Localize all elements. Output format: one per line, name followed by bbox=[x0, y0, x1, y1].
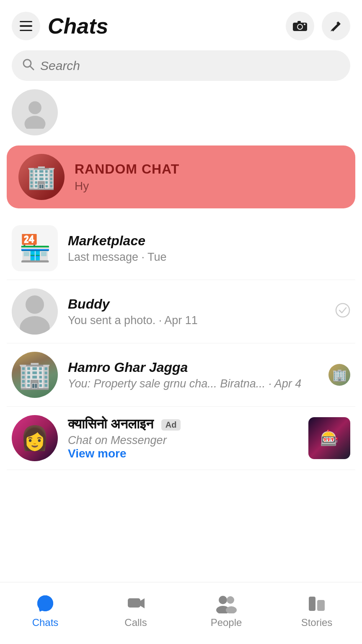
hamro-ghar-avatar: 🏢 bbox=[12, 352, 58, 398]
store-icon: 🏪 bbox=[19, 233, 51, 263]
chat-item-buddy[interactable]: Buddy You sent a photo. · Apr 11 bbox=[7, 280, 355, 343]
stories-row bbox=[0, 89, 362, 145]
chat-item-casino-ad[interactable]: 👩 क्यासिनो अनलाइन Ad Chat on Messenger V… bbox=[7, 407, 355, 470]
search-icon bbox=[22, 58, 34, 73]
random-chat-avatar: 🏢 bbox=[18, 154, 65, 200]
nav-label-stories: Stories bbox=[301, 617, 333, 628]
svg-point-9 bbox=[20, 316, 50, 335]
search-bar[interactable] bbox=[12, 50, 350, 81]
random-chat-info: RANDOM CHAT Hy bbox=[75, 161, 344, 193]
casino-avatar: 👩 bbox=[12, 415, 58, 461]
casino-ad-thumbnail: 🎰 bbox=[308, 417, 350, 459]
nav-label-calls: Calls bbox=[124, 617, 147, 628]
nav-item-calls[interactable]: Calls bbox=[90, 594, 181, 633]
ad-badge: Ad bbox=[161, 419, 181, 431]
buddy-name: Buddy bbox=[68, 296, 335, 312]
bottom-nav: Chats Calls People Stories bbox=[0, 582, 362, 644]
header-actions bbox=[286, 12, 350, 40]
svg-point-14 bbox=[219, 596, 227, 604]
casino-preview: Chat on Messenger bbox=[68, 434, 303, 447]
hamro-ghar-preview: You: Property sale grnu cha... Biratna..… bbox=[68, 377, 328, 390]
svg-point-8 bbox=[26, 296, 44, 314]
hamro-ghar-meta: 🏢 bbox=[328, 364, 350, 386]
edit-icon bbox=[330, 20, 342, 32]
svg-point-10 bbox=[336, 304, 349, 317]
chat-item-random-chat[interactable]: 🏢 RANDOM CHAT Hy bbox=[7, 145, 355, 208]
person-silhouette-icon bbox=[12, 288, 58, 335]
camera-icon bbox=[293, 20, 307, 32]
menu-button[interactable] bbox=[12, 12, 40, 40]
buddy-preview: You sent a photo. · Apr 11 bbox=[68, 314, 335, 327]
svg-rect-19 bbox=[317, 600, 325, 611]
chat-list: 🏢 RANDOM CHAT Hy 🏪 Marketplace Last mess… bbox=[0, 145, 362, 470]
chat-item-hamro-ghar[interactable]: 🏢 Hamro Ghar Jagga You: Property sale gr… bbox=[7, 343, 355, 407]
casino-avatar-bg: 👩 bbox=[12, 415, 58, 461]
edit-button[interactable] bbox=[322, 12, 350, 40]
chat-item-marketplace[interactable]: 🏪 Marketplace Last message · Tue bbox=[7, 217, 355, 280]
svg-point-16 bbox=[227, 596, 234, 604]
marketplace-preview: Last message · Tue bbox=[68, 251, 350, 264]
hamro-ghar-mini-avatar: 🏢 bbox=[328, 364, 350, 386]
camera-button[interactable] bbox=[286, 12, 314, 40]
casino-name: क्यासिनो अनलाइन Ad bbox=[68, 416, 303, 432]
search-input[interactable] bbox=[40, 59, 340, 73]
stories-nav-icon bbox=[307, 594, 326, 613]
buddy-avatar bbox=[12, 288, 58, 335]
marketplace-avatar: 🏪 bbox=[12, 225, 58, 271]
people-nav-icon bbox=[215, 594, 237, 613]
buddy-meta bbox=[335, 303, 350, 321]
casino-info: क्यासिनो अनलाइन Ad Chat on Messenger Vie… bbox=[68, 416, 303, 460]
svg-point-4 bbox=[304, 23, 305, 25]
svg-point-7 bbox=[24, 116, 45, 129]
hamro-ghar-info: Hamro Ghar Jagga You: Property sale grnu… bbox=[68, 360, 328, 390]
hamro-ghar-name: Hamro Ghar Jagga bbox=[68, 360, 328, 375]
header: Chats bbox=[0, 0, 362, 47]
page-title: Chats bbox=[48, 13, 286, 39]
svg-rect-13 bbox=[128, 598, 140, 608]
nav-item-chats[interactable]: Chats bbox=[0, 594, 90, 633]
buddy-info: Buddy You sent a photo. · Apr 11 bbox=[68, 296, 335, 327]
nav-label-people: People bbox=[211, 617, 242, 628]
nav-item-stories[interactable]: Stories bbox=[272, 594, 362, 633]
hamburger-icon bbox=[20, 21, 32, 31]
nav-label-chats: Chats bbox=[32, 617, 59, 628]
marketplace-info: Marketplace Last message · Tue bbox=[68, 233, 350, 264]
marketplace-name: Marketplace bbox=[68, 233, 350, 249]
view-more-link[interactable]: View more bbox=[68, 447, 303, 460]
delivered-check-icon bbox=[335, 303, 350, 321]
search-container bbox=[0, 47, 362, 89]
random-chat-name: RANDOM CHAT bbox=[75, 161, 344, 177]
chat-nav-icon bbox=[36, 594, 55, 613]
svg-point-6 bbox=[28, 101, 41, 114]
calls-nav-icon bbox=[126, 594, 145, 613]
random-chat-preview: Hy bbox=[75, 179, 344, 193]
person-silhouette-icon bbox=[19, 96, 51, 129]
story-avatar[interactable] bbox=[12, 89, 58, 135]
nav-item-people[interactable]: People bbox=[181, 594, 272, 633]
svg-rect-18 bbox=[309, 597, 315, 611]
svg-point-2 bbox=[298, 25, 302, 29]
svg-rect-3 bbox=[297, 21, 301, 23]
